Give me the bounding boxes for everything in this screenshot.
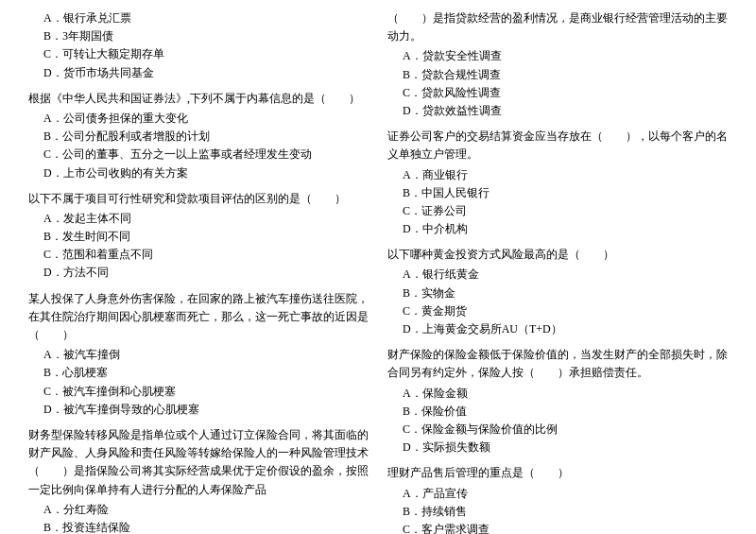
q27-option-a: A．产品宣传	[387, 485, 728, 503]
q24-option-b: B．中国人民银行	[387, 184, 728, 202]
q22-option-a: A．分红寿险	[28, 501, 369, 519]
left-column: A．银行承兑汇票 B．3年期国债 C．可转让大额定期存单 D．货币市场共同基金 …	[28, 9, 369, 534]
option-a-bank: A．银行承兑汇票	[28, 9, 369, 27]
right-column: （ ）是指贷款经营的盈利情况，是商业银行经营管理活动的主要动力。 A．贷款安全性…	[387, 9, 728, 534]
question-27-text: 理财产品售后管理的重点是（ ）	[387, 464, 728, 482]
question-25: 以下哪种黄金投资方式风险最高的是（ ） A．银行纸黄金 B．实物金 C．黄金期货…	[387, 246, 728, 338]
q26-option-b: B．保险价值	[387, 403, 728, 421]
q21-option-c: C．被汽车撞倒和心肌梗塞	[28, 383, 369, 401]
question-23-text: （ ）是指贷款经营的盈利情况，是商业银行经营管理活动的主要动力。	[387, 9, 728, 45]
question-25-text: 以下哪种黄金投资方式风险最高的是（ ）	[387, 246, 728, 264]
question-22-text: 财务型保险转移风险是指单位或个人通过订立保险合同，将其面临的财产风险、人身风险和…	[28, 426, 369, 499]
question-24-text: 证券公司客户的交易结算资金应当存放在（ ），以每个客户的名义单独立户管理。	[387, 128, 728, 164]
q25-option-c: C．黄金期货	[387, 302, 728, 320]
question-20-text: 以下不属于项目可行性研究和贷款项目评估的区别的是（ ）	[28, 190, 369, 208]
q20-option-d: D．方法不同	[28, 264, 369, 282]
question-27: 理财产品售后管理的重点是（ ） A．产品宣传 B．持续销售 C．客户需求调查	[387, 464, 728, 534]
two-column-layout: A．银行承兑汇票 B．3年期国债 C．可转让大额定期存单 D．货币市场共同基金 …	[28, 9, 728, 534]
option-c-deposit: C．可转让大额定期存单	[28, 45, 369, 63]
question-21-text: 某人投保了人身意外伤害保险，在回家的路上被汽车撞伤送往医院，在其住院治疗期间因心…	[28, 290, 369, 345]
q20-option-b: B．发生时间不同	[28, 228, 369, 246]
question-22: 财务型保险转移风险是指单位或个人通过订立保险合同，将其面临的财产风险、人身风险和…	[28, 426, 369, 534]
page-container: A．银行承兑汇票 B．3年期国债 C．可转让大额定期存单 D．货币市场共同基金 …	[28, 9, 728, 534]
question-26-text: 财产保险的保险金额低于保险价值的，当发生财产的全部损失时，除合同另有约定外，保险…	[387, 346, 728, 382]
q19-option-a: A．公司债务担保的重大变化	[28, 110, 369, 128]
q23-option-b: B．贷款合规性调查	[387, 66, 728, 84]
q23-option-a: A．贷款安全性调查	[387, 47, 728, 65]
q26-option-d: D．实际损失数额	[387, 439, 728, 456]
q27-option-b: B．持续销售	[387, 503, 728, 521]
q21-option-a: A．被汽车撞倒	[28, 346, 369, 364]
q19-option-c: C．公司的董事、五分之一以上监事或者经理发生变动	[28, 146, 369, 164]
q23-option-c: C．贷款风险性调查	[387, 84, 728, 102]
question-19: 根据《中华人民共和国证券法》,下列不属于内幕信息的是（ ） A．公司债务担保的重…	[28, 90, 369, 182]
question-20: 以下不属于项目可行性研究和贷款项目评估的区别的是（ ） A．发起主体不同 B．发…	[28, 190, 369, 283]
q27-option-c: C．客户需求调查	[387, 521, 728, 534]
option-d-money: D．货币市场共同基金	[28, 64, 369, 82]
option-b-bond: B．3年期国债	[28, 27, 369, 45]
q25-option-b: B．实物金	[387, 284, 728, 302]
q23-option-d: D．贷款效益性调查	[387, 102, 728, 120]
question-21: 某人投保了人身意外伤害保险，在回家的路上被汽车撞伤送往医院，在其住院治疗期间因心…	[28, 290, 369, 419]
q21-option-d: D．被汽车撞倒导致的心肌梗塞	[28, 401, 369, 419]
q25-option-d: D．上海黄金交易所AU（T+D）	[387, 320, 728, 338]
q22-option-b: B．投资连结保险	[28, 519, 369, 534]
question-19-text: 根据《中华人民共和国证券法》,下列不属于内幕信息的是（ ）	[28, 90, 369, 108]
q24-option-d: D．中介机构	[387, 220, 728, 238]
q19-option-d: D．上市公司收购的有关方案	[28, 164, 369, 182]
question-prev-options: A．银行承兑汇票 B．3年期国债 C．可转让大额定期存单 D．货币市场共同基金	[28, 9, 369, 82]
question-24: 证券公司客户的交易结算资金应当存放在（ ），以每个客户的名义单独立户管理。 A．…	[387, 128, 728, 238]
q24-option-c: C．证券公司	[387, 202, 728, 220]
q19-option-b: B．公司分配股利或者增股的计划	[28, 128, 369, 146]
q20-option-a: A．发起主体不同	[28, 210, 369, 228]
q24-option-a: A．商业银行	[387, 166, 728, 184]
q25-option-a: A．银行纸黄金	[387, 266, 728, 284]
question-26: 财产保险的保险金额低于保险价值的，当发生财产的全部损失时，除合同另有约定外，保险…	[387, 346, 728, 456]
q21-option-b: B．心肌梗塞	[28, 364, 369, 382]
q20-option-c: C．范围和着重点不同	[28, 246, 369, 264]
q26-option-c: C．保险金额与保险价值的比例	[387, 421, 728, 439]
q26-option-a: A．保险金额	[387, 385, 728, 403]
question-23: （ ）是指贷款经营的盈利情况，是商业银行经营管理活动的主要动力。 A．贷款安全性…	[387, 9, 728, 120]
